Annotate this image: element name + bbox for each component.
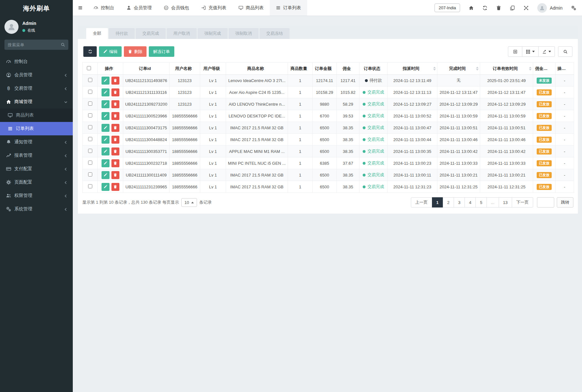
sidebar-item-mall[interactable]: 商城管理 [0,95,73,109]
detail-view-button[interactable] [508,46,522,57]
row-edit-button[interactable] [102,147,110,155]
page-size-dropdown[interactable]: 10 [181,198,197,207]
row-edit-button[interactable] [102,124,110,132]
row-delete-button[interactable] [111,112,119,120]
nav-item-products[interactable]: 商品列表 [232,0,270,16]
trash-icon[interactable] [496,5,501,11]
qty-cell: 1 [288,169,313,181]
row-checkbox[interactable] [88,125,92,129]
export-button[interactable] [538,46,555,57]
expand-icon[interactable] [524,5,529,11]
row-edit-button[interactable] [102,183,110,191]
refresh-button[interactable] [83,46,97,57]
nav-item-recharge[interactable]: 充值列表 [195,0,232,16]
page-button-page-3[interactable]: 3 [454,197,465,207]
col-completed[interactable]: 完成时间 [437,63,480,75]
page-button-next[interactable]: 下一页 [512,197,533,207]
row-delete-button[interactable] [111,171,119,179]
row-delete-button[interactable] [111,136,119,144]
row-delete-button[interactable] [111,100,119,108]
search-icon[interactable] [61,42,65,47]
row-edit-button[interactable] [102,136,110,144]
nav-item-members[interactable]: 会员管理 [120,0,158,16]
settings-icon[interactable] [571,5,576,11]
product-cell: IMAC 2017 21.5 RAM 32 GB [226,122,288,134]
copy-icon[interactable] [510,5,515,11]
tab-force-completed[interactable]: 强制完成 [198,28,228,39]
page-button-page-1[interactable]: 1 [432,197,443,207]
tab-frozen[interactable]: 交易冻结 [260,28,290,39]
jump-page-input[interactable] [537,197,554,207]
sort-icon[interactable] [476,67,479,71]
sidebar-item-notifications[interactable]: 通知管理 [0,135,73,149]
sidebar-item-permissions[interactable]: 权限管理 [0,189,73,202]
row-checkbox[interactable] [88,137,92,141]
row-delete-button[interactable] [111,159,119,167]
row-edit-button[interactable] [102,171,110,179]
row-checkbox[interactable] [88,149,92,153]
search-button[interactable] [558,46,572,57]
order-id-cell: UB2411111300523966 [123,110,170,122]
commission-status-badge: 已发放 [537,184,552,190]
row-edit-button[interactable] [102,112,110,120]
refresh-icon [88,49,92,54]
grid-view-button[interactable] [522,46,539,57]
sidebar-item-system[interactable]: 系统管理 [0,202,73,216]
row-checkbox[interactable] [88,102,92,106]
row-checkbox[interactable] [88,184,92,188]
row-edit-button[interactable] [102,159,110,167]
row-edit-button[interactable] [102,88,110,96]
environment-badge[interactable]: 207-India [435,4,460,12]
sidebar-item-page-config[interactable]: 页面配置 [0,176,73,189]
row-checkbox[interactable] [88,161,92,165]
nav-item-wallets[interactable]: cc 会员钱包 [158,0,195,16]
row-delete-button[interactable] [111,124,119,132]
sidebar-item-transactions[interactable]: B 交易管理 [0,82,73,95]
col-assigned[interactable]: 指派时间 [388,63,437,75]
row-checkbox[interactable] [88,172,92,177]
sidebar-item-payment-config[interactable]: 支付配置 [0,162,73,176]
unfreeze-order-button[interactable]: 解冻订单 [149,46,174,57]
page-button-page-13[interactable]: 13 [499,197,512,207]
jump-button[interactable]: 跳转 [557,197,573,207]
page-button-page-4[interactable]: 4 [465,197,476,207]
admin-menu[interactable]: Admin [537,3,563,13]
home-icon[interactable] [469,5,474,11]
edit-button[interactable]: 编辑 [99,46,122,57]
tab-pending-payment[interactable]: 待付款 [109,28,135,39]
row-checkbox[interactable] [88,78,92,82]
sort-icon[interactable] [529,67,532,71]
row-edit-button[interactable] [102,100,110,108]
tab-completed[interactable]: 交易完成 [136,28,166,39]
nav-item-orders[interactable]: 订单列表 [270,0,307,16]
sidebar-item-dashboard[interactable]: 控制台 [0,55,73,68]
row-delete-button[interactable] [111,77,119,85]
tab-all[interactable]: 全部 [86,28,108,39]
sidebar-toggle-button[interactable] [73,0,87,16]
menu-search-input[interactable] [8,42,59,47]
sidebar-item-product-list[interactable]: 商品列表 [0,109,73,122]
row-edit-button[interactable] [102,77,110,85]
amount-cell: 6385 [313,157,337,169]
tab-force-cancelled[interactable]: 强制取消 [229,28,259,39]
col-valid[interactable]: 订单有效时间 [480,63,533,75]
tab-user-cancelled[interactable]: 用户取消 [167,28,197,39]
nav-item-dashboard[interactable]: 控制台 [87,0,120,16]
valid-time-cell: 2024-11-11 12:31:25 [480,181,533,193]
page-button-page-5[interactable]: 5 [475,197,487,207]
sidebar-item-members[interactable]: 会员管理 [0,68,73,82]
refresh-icon[interactable] [482,5,488,11]
sort-icon[interactable] [433,67,436,71]
page-button-page-2[interactable]: 2 [443,197,454,207]
select-all-checkbox[interactable] [87,66,91,70]
sidebar-item-reports[interactable]: 报表管理 [0,149,73,162]
row-delete-button[interactable] [111,88,119,96]
row-delete-button[interactable] [111,183,119,191]
row-checkbox[interactable] [88,113,92,117]
row-delete-button[interactable] [111,147,119,155]
sidebar-item-order-list[interactable]: 订单列表 [0,122,73,135]
delete-button[interactable]: 删除 [124,46,147,57]
page-button-ellipsis[interactable]: ... [487,197,499,207]
page-button-prev[interactable]: 上一页 [411,197,432,207]
row-checkbox[interactable] [88,90,92,94]
